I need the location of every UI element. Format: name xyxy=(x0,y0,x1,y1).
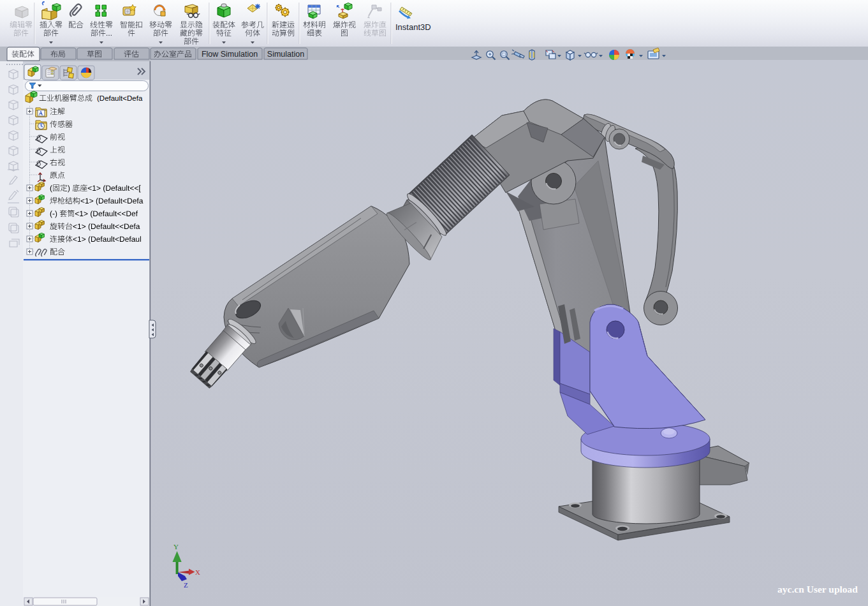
svg-text:ayc.cn User upload: ayc.cn User upload xyxy=(777,584,858,595)
svg-text:Instant3D: Instant3D xyxy=(395,22,431,32)
svg-text:Simulation: Simulation xyxy=(267,50,304,59)
svg-text:Y: Y xyxy=(173,543,179,551)
svg-text:Flow Simulation: Flow Simulation xyxy=(202,50,258,59)
svg-text:(Default<Defa: (Default<Defa xyxy=(97,94,143,102)
svg-text:X: X xyxy=(195,568,200,576)
svg-text:Z: Z xyxy=(184,581,188,589)
